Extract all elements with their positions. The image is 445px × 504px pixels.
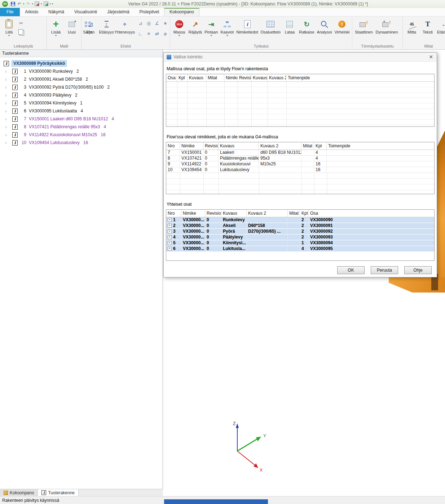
expander-icon[interactable]: › [5, 84, 12, 90]
info-icon[interactable]: i [12, 77, 18, 82]
column-header[interactable]: Revisio [238, 74, 251, 82]
ok-button[interactable]: OK [337, 266, 365, 274]
static-collision-button[interactable]: ! Staattinen [354, 18, 374, 34]
qat-tool1-icon[interactable] [34, 1, 40, 6]
coincidence-button[interactable]: ⌖ Yhtenevyys [115, 18, 135, 34]
column-header[interactable]: Nro [166, 210, 181, 217]
table-row-selected[interactable]: +5VX30000...0Kiinnitysl...1VX3000094 [166, 240, 434, 246]
perpendicular-constraint-icon[interactable]: ∟ [137, 31, 144, 37]
column-header[interactable]: Revisio [203, 142, 219, 150]
column-header[interactable]: Revisio [205, 210, 221, 217]
column-header[interactable]: Nro [166, 142, 180, 150]
info-icon[interactable]: i [12, 140, 18, 146]
column-header[interactable]: Kuvaus [251, 74, 268, 82]
add-button[interactable]: + Lisää ▾ [48, 18, 63, 37]
expand-plus-icon[interactable]: + [168, 247, 172, 251]
tab-assembly[interactable]: Kokoonpano [0, 489, 38, 496]
info-icon[interactable]: i [12, 101, 18, 106]
load-button[interactable]: Lataa [282, 18, 297, 34]
column-header[interactable]: Toimenpide [286, 74, 434, 82]
model-3d-fragment[interactable] [437, 130, 445, 293]
new-button[interactable]: Uusi [64, 18, 79, 34]
undo-icon[interactable]: ↶ [17, 1, 22, 6]
expander-icon[interactable]: › [5, 108, 12, 114]
column-header[interactable]: Kuvaus 2 [259, 142, 301, 150]
column-header[interactable]: Osa [166, 74, 177, 82]
column-header[interactable]: Kpl [177, 74, 188, 82]
tree-item-6[interactable]: ›i 6VX3000095 Lukituslaatta4 [0, 107, 163, 115]
expander-icon[interactable]: › [5, 92, 12, 98]
column-header[interactable]: Kpl [314, 142, 327, 150]
measure-button[interactable]: 45 Mitta [404, 18, 419, 34]
pattern-constraint-icon[interactable]: ∗ [162, 20, 168, 26]
tree-item-7[interactable]: ›i 7VX150001 Laakeri d60 D95 B18 NU10124 [0, 115, 163, 123]
tree-item-3[interactable]: ›i 3VX3000092 Pyörä D270(/300/65) b1002 [0, 83, 163, 91]
column-header[interactable]: Kuvaus 2 [247, 210, 288, 217]
table-row[interactable]: 7VX1500010Laakerid60 D95 B18 NU10124 [166, 150, 434, 156]
table-row-selected[interactable]: +4VX30000...0Päätylevy2VX3000093 [166, 235, 434, 240]
tab-visualisointi[interactable]: Visualisointi [69, 8, 102, 16]
tab-product-structure[interactable]: i Tuoterakenne [38, 489, 79, 496]
tree-root-row[interactable]: i VX3000089 Pyöräyksikkö [0, 59, 163, 67]
tangent-constraint-icon[interactable]: ⌀ [162, 31, 168, 37]
item-data-button[interactable]: i Nimiketiedot [235, 18, 259, 34]
info-icon[interactable]: i [12, 116, 18, 122]
column-header[interactable]: Mitat [301, 142, 314, 150]
concentric-constraint-icon[interactable]: ◎ [146, 20, 152, 26]
explode-button[interactable]: ↗ Räjäytä [188, 18, 203, 34]
table-row-selected[interactable]: +2VX30000...0AkseliD60*1582VX3000091 [166, 223, 434, 229]
charts-caret-icon[interactable]: ▾ [226, 34, 228, 37]
info-icon[interactable]: i [12, 108, 18, 114]
dialog-titlebar[interactable]: Valitse toiminto ✕ [164, 53, 437, 62]
qat-tool2-icon[interactable] [43, 1, 49, 6]
expander-icon[interactable]: › [5, 140, 12, 146]
info-icon[interactable]: i [12, 124, 18, 130]
tree-item-9[interactable]: ›i 9VX114922 Kuusiokoloruuvi M10x2516 [0, 131, 163, 139]
tree-item-4[interactable]: ›i 4VX3000093 Päätylevy2 [0, 91, 163, 99]
part-list-button[interactable]: Osaluettelo [260, 18, 281, 34]
expand-plus-icon[interactable]: + [168, 241, 172, 245]
table-row[interactable]: 10VX1094540Lukitusaluslevy16 [166, 167, 434, 173]
cut-icon[interactable]: ✂ [18, 20, 24, 26]
tab-jarjestelma[interactable]: Järjestelmä [102, 8, 134, 16]
column-header[interactable]: Mitat [288, 210, 300, 217]
tab-pistepilvet[interactable]: Pistepilvet [135, 8, 164, 16]
column-header[interactable]: Nimike [181, 210, 205, 217]
column-header[interactable]: Kuvaus 2 [268, 74, 286, 82]
tree-item-10[interactable]: ›i 10VX109454 Lukitusaluslevy16 [0, 139, 163, 147]
copy-icon[interactable] [18, 29, 24, 35]
analyze-button[interactable]: Analysoi [316, 18, 333, 34]
expander-icon[interactable]: › [5, 68, 12, 74]
expand-plus-icon[interactable]: + [168, 224, 172, 228]
to-surface-button[interactable]: ⇥ Pintaan ▾ [203, 18, 219, 37]
mass-caret-icon[interactable]: ▾ [179, 34, 180, 37]
distance-constraint-button[interactable]: ↕ Etäisyys [99, 18, 114, 34]
tree-item-5[interactable]: ›i 5VX3000094 Kiinnityslevy1 [0, 99, 163, 107]
table-row[interactable]: 8VX1074210Pidätinrengas reiälle95x34 [166, 156, 434, 161]
undo-caret-icon[interactable]: ▾ [23, 3, 25, 5]
column-header[interactable]: Toimenpide [327, 142, 434, 150]
column-header[interactable]: Kuvaus [188, 74, 206, 82]
error-log-button[interactable]: ! Virheloki [334, 18, 351, 34]
expand-plus-icon[interactable]: + [168, 218, 172, 222]
angle2-constraint-icon[interactable]: ∠ [154, 20, 160, 26]
dynamic-collision-button[interactable]: +! Dynaaminen [375, 18, 399, 34]
symmetric-constraint-icon[interactable]: ⇄ [154, 31, 160, 37]
constraint-button[interactable]: ⊿ Ehto [83, 18, 98, 34]
tree-item-1[interactable]: ›i 1VX3000090 Runkolevy2 [0, 67, 163, 75]
expander-icon[interactable]: › [5, 76, 12, 82]
save-icon[interactable] [10, 1, 16, 6]
table-row[interactable]: 9VX1149220KuusiokoloruuviM10x2516 [166, 161, 434, 167]
column-header[interactable]: Nimike [180, 142, 203, 150]
table-row-selected[interactable]: +3VX30000...0PyöräD270(/300/65) ...2VX30… [166, 229, 434, 235]
qat-tool1-caret-icon[interactable]: ▾ [41, 3, 42, 5]
column-header[interactable]: Nimike [224, 74, 238, 82]
tree-item-2[interactable]: ›i 2VX3000091 Akseli D60*1582 [0, 75, 163, 83]
paste-button[interactable]: Liitä ▾ [1, 18, 17, 37]
to-surface-caret-icon[interactable]: ▾ [211, 34, 212, 37]
angle-constraint-icon[interactable]: ⊿ [137, 20, 144, 26]
app-logo-icon[interactable]: G4 [2, 1, 8, 7]
tab-nakyma[interactable]: Näkymä [43, 8, 69, 16]
paste-caret-icon[interactable]: ▾ [8, 34, 10, 37]
column-header[interactable]: Osa [309, 210, 434, 217]
